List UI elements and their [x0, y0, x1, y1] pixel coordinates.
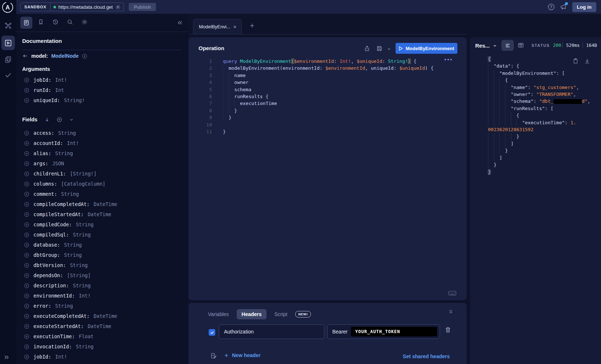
keyboard-shortcuts-icon[interactable] [448, 290, 456, 296]
add-field-icon[interactable] [24, 324, 29, 329]
breadcrumb-type[interactable]: ModelNode [51, 53, 79, 59]
checklist-icon[interactable] [4, 71, 12, 79]
field-row[interactable]: compiledCode:String [16, 219, 188, 230]
share-icon[interactable] [364, 45, 370, 52]
header-enabled-checkbox[interactable] [209, 329, 215, 336]
add-field-icon[interactable] [24, 212, 29, 217]
close-tab-icon[interactable] [233, 25, 237, 29]
delete-header-trash-icon[interactable] [445, 327, 451, 333]
response-title-dropdown[interactable]: Res... [475, 43, 497, 49]
field-row[interactable]: columns:[CatalogColumn] [16, 179, 188, 189]
add-field-icon[interactable] [24, 242, 29, 248]
apollo-logo[interactable]: A [1, 1, 14, 13]
download-response-icon[interactable] [584, 58, 590, 64]
save-dropdown-chevron-icon[interactable] [387, 47, 391, 51]
operation-tab[interactable]: ModelByEnvi... [193, 19, 242, 34]
add-field-icon[interactable] [24, 263, 29, 268]
field-row[interactable]: invocationId:String [16, 341, 188, 352]
search-icon[interactable] [67, 19, 73, 25]
add-field-icon[interactable] [24, 77, 29, 83]
endpoint-group[interactable]: SANDBOX https://metadata.cloud.get [20, 3, 124, 11]
field-row[interactable]: dependsOn:[String] [16, 270, 188, 280]
tab-headers[interactable]: Headers [237, 309, 266, 319]
collections-icon[interactable] [4, 56, 12, 63]
ellipsis-menu-icon[interactable]: ••• [444, 57, 453, 62]
add-circle-icon[interactable] [82, 53, 87, 59]
add-field-icon[interactable] [24, 151, 29, 156]
chevron-down-icon[interactable] [69, 117, 74, 122]
add-field-icon[interactable] [24, 161, 29, 166]
login-button[interactable]: Log in [572, 2, 597, 12]
sidebar-item-explorer[interactable] [1, 36, 15, 50]
field-row[interactable]: compileCompletedAt:DateTime [16, 199, 188, 209]
pretty-view-toggle[interactable] [501, 40, 514, 51]
copy-response-icon[interactable] [573, 58, 578, 64]
add-field-icon[interactable] [24, 130, 29, 136]
publish-button[interactable]: Publish [129, 3, 156, 11]
add-field-icon[interactable] [24, 354, 29, 360]
help-icon[interactable]: ? [548, 3, 555, 11]
edit-json-icon[interactable] [211, 353, 217, 359]
collapse-bottom-chevrons-icon[interactable] [448, 309, 454, 315]
add-field-icon[interactable] [24, 202, 29, 207]
bookmark-icon[interactable] [38, 19, 44, 25]
run-operation-button[interactable]: ModelByEnvironment [396, 43, 457, 54]
field-row[interactable]: database:String [16, 240, 188, 250]
endpoint-url-input[interactable]: https://metadata.cloud.get [51, 3, 124, 11]
save-icon[interactable] [376, 45, 382, 52]
field-row[interactable]: description:String [16, 280, 188, 291]
tab-variables[interactable]: Variables [208, 311, 229, 317]
add-field-icon[interactable] [24, 273, 29, 278]
new-header-button[interactable]: New header [224, 352, 261, 358]
graphql-editor[interactable]: 1query ModelByEnvironment($environmentId… [189, 58, 433, 135]
add-field-icon[interactable] [24, 334, 29, 339]
new-tab-icon[interactable] [249, 23, 255, 28]
add-field-icon[interactable] [24, 283, 29, 288]
collapse-panel-icon[interactable] [177, 20, 183, 26]
add-field-icon[interactable] [24, 252, 29, 258]
sort-icon[interactable] [44, 117, 50, 122]
add-field-icon[interactable] [24, 222, 29, 227]
field-row[interactable]: comment:String [16, 189, 188, 199]
argument-row[interactable]: uniqueId:String! [16, 95, 188, 105]
add-all-fields-icon[interactable] [57, 117, 62, 122]
field-row[interactable]: error:String [16, 301, 188, 311]
field-row[interactable]: compileStartedAt:DateTime [16, 209, 188, 219]
add-field-icon[interactable] [24, 191, 29, 197]
field-row[interactable]: dbtGroup:String [16, 250, 188, 260]
add-field-icon[interactable] [24, 303, 29, 309]
field-row[interactable]: alias:String [16, 148, 188, 158]
add-field-icon[interactable] [24, 314, 29, 319]
add-field-icon[interactable] [24, 344, 29, 349]
tab-docs[interactable] [20, 17, 32, 29]
history-icon[interactable] [52, 19, 59, 25]
add-field-icon[interactable] [24, 293, 29, 299]
header-key-input[interactable]: Authorization [219, 324, 324, 339]
field-row[interactable]: executionTime:Float [16, 331, 188, 341]
set-shared-headers-link[interactable]: Set shared headers [403, 353, 450, 359]
add-field-icon[interactable] [24, 181, 29, 187]
field-row[interactable]: args:JSON [16, 158, 188, 169]
add-field-icon[interactable] [24, 98, 29, 103]
graph-icon[interactable] [4, 22, 12, 29]
add-field-icon[interactable] [24, 171, 29, 177]
table-view-icon[interactable] [518, 42, 524, 48]
field-row[interactable]: jobId:Int! [16, 352, 188, 362]
field-row[interactable]: environmentId:Int! [16, 291, 188, 301]
header-value-input[interactable]: Bearer YOUR_AUTH_TOKEN [327, 324, 440, 339]
field-row[interactable]: accountId:Int! [16, 138, 188, 148]
field-row[interactable]: childrenL1:[String!] [16, 169, 188, 179]
add-field-icon[interactable] [24, 88, 29, 93]
add-field-icon[interactable] [24, 141, 29, 146]
expand-panel-icon[interactable] [4, 354, 10, 360]
add-field-icon[interactable] [24, 232, 29, 238]
endpoint-settings-gear-icon[interactable] [115, 4, 121, 10]
field-row[interactable]: executeCompletedAt:DateTime [16, 311, 188, 321]
field-row[interactable]: access:String [16, 128, 188, 138]
back-arrow-icon[interactable] [22, 53, 28, 59]
settings-gear-icon[interactable] [81, 19, 88, 25]
tab-script[interactable]: Script [275, 311, 288, 317]
argument-row[interactable]: jobId:Int! [16, 75, 188, 85]
field-row[interactable]: dbtVersion:String [16, 260, 188, 270]
field-row[interactable]: compiledSql:String [16, 230, 188, 240]
